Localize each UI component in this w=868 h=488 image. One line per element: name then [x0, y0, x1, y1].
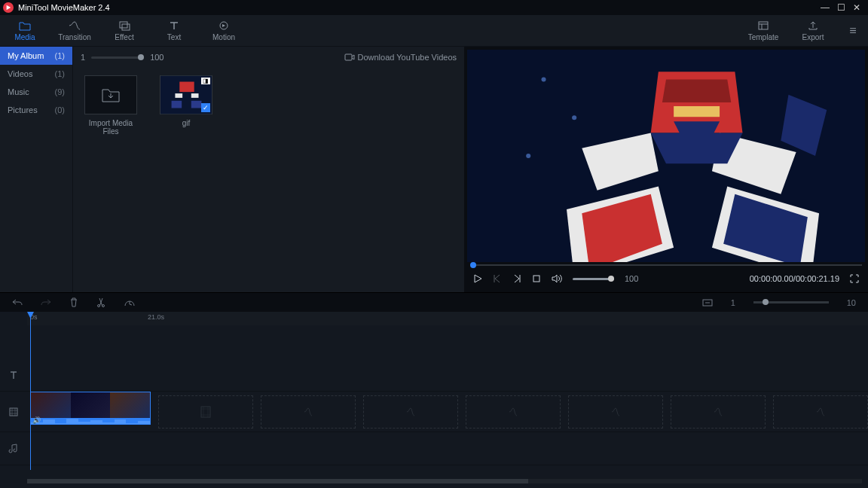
sidebar-item-pictures[interactable]: Pictures (0): [0, 101, 72, 119]
main-toolbar: Media Transition Effect Text Motion Temp…: [0, 15, 868, 47]
prev-frame-button[interactable]: [493, 274, 502, 283]
audio-track[interactable]: [0, 432, 868, 465]
clip-placeholder[interactable]: [568, 395, 663, 429]
app-title: MiniTool MovieMaker 2.4: [18, 3, 821, 12]
effect-icon: [118, 20, 130, 32]
titlebar: MiniTool MovieMaker 2.4 ― ☐ ✕: [0, 0, 868, 15]
tab-text[interactable]: Text: [149, 15, 199, 47]
audio-track-icon: [8, 444, 19, 454]
volume-slider[interactable]: [573, 278, 614, 280]
export-icon: [807, 20, 819, 32]
ruler-mark: 21.0s: [148, 313, 164, 321]
tab-transition[interactable]: Transition: [50, 15, 99, 47]
app-logo-icon: [3, 2, 14, 13]
camera-icon: [344, 53, 355, 61]
seek-slider[interactable]: [470, 264, 862, 266]
template-button[interactable]: Template: [738, 15, 788, 47]
split-icon[interactable]: [96, 297, 105, 307]
sidebar-item-videos[interactable]: Videos (1): [0, 65, 72, 83]
svg-marker-19: [662, 79, 731, 102]
motion-icon: [218, 20, 230, 32]
clip-volume-icon: 🔊: [32, 416, 41, 424]
svg-marker-22: [651, 133, 743, 164]
clip-placeholder[interactable]: [261, 395, 356, 429]
svg-rect-32: [10, 408, 17, 416]
svg-rect-33: [201, 407, 210, 417]
svg-rect-28: [533, 276, 539, 282]
sidebar-item-music[interactable]: Music (9): [0, 83, 72, 101]
fullscreen-icon[interactable]: [850, 274, 859, 283]
text-icon: [168, 20, 180, 32]
video-clip[interactable]: 🔊: [30, 392, 151, 425]
selected-check-icon: ✓: [201, 103, 210, 112]
tl-zoom-min: 1: [731, 298, 735, 307]
play-button[interactable]: [473, 274, 482, 283]
svg-rect-4: [345, 54, 352, 60]
svg-rect-8: [191, 93, 199, 98]
transition-icon: [69, 20, 81, 32]
video-track-icon: [8, 407, 19, 417]
text-track[interactable]: [0, 358, 868, 392]
svg-rect-1: [122, 24, 130, 30]
clip-placeholder[interactable]: [466, 395, 561, 429]
tab-motion[interactable]: Motion: [199, 15, 249, 47]
edit-toolbar: 1 10: [0, 292, 868, 312]
maximize-icon[interactable]: ☐: [837, 2, 845, 13]
svg-point-12: [541, 77, 546, 81]
clip-placeholder[interactable]: [158, 395, 253, 429]
thumbnail-zoom-slider[interactable]: [91, 56, 144, 59]
text-track-icon: [8, 370, 19, 380]
folder-icon: [19, 20, 31, 32]
tab-effect[interactable]: Effect: [99, 15, 149, 47]
redo-icon[interactable]: [41, 298, 51, 307]
stop-button[interactable]: [532, 274, 541, 283]
clip-placeholder[interactable]: [773, 395, 868, 429]
svg-rect-0: [120, 22, 127, 28]
next-frame-button[interactable]: [512, 274, 521, 283]
tab-media[interactable]: Media: [0, 15, 50, 47]
svg-rect-20: [674, 106, 720, 117]
clip-placeholder[interactable]: [363, 395, 458, 429]
media-panel: 1 100 Download YouTube Videos Import Med…: [72, 47, 464, 292]
svg-rect-6: [179, 82, 194, 93]
tl-zoom-max: 10: [847, 298, 856, 307]
speed-icon[interactable]: [124, 298, 136, 307]
video-badge-icon: ◨: [201, 78, 210, 84]
timeline-zoom-slider[interactable]: [753, 301, 829, 303]
svg-point-13: [572, 115, 576, 120]
minimize-icon[interactable]: ―: [821, 2, 830, 13]
timeline: 0s 21.0s 🔊: [0, 312, 868, 488]
zoom-min-label: 1: [81, 53, 85, 62]
fit-icon[interactable]: [702, 299, 713, 307]
svg-rect-3: [759, 22, 768, 29]
svg-point-29: [98, 305, 100, 307]
svg-rect-9: [172, 101, 182, 108]
volume-value: 100: [625, 274, 638, 283]
undo-icon[interactable]: [12, 298, 23, 307]
clip-placeholder[interactable]: [671, 395, 766, 429]
timeline-scrollbar[interactable]: [27, 479, 862, 483]
import-folder-icon: [101, 87, 121, 103]
preview-frame: [467, 50, 865, 262]
close-icon[interactable]: ✕: [853, 2, 860, 13]
export-button[interactable]: Export: [788, 15, 838, 47]
preview-panel: 100 00:00:00.00/00:00:21.19: [464, 47, 868, 292]
menu-icon[interactable]: ≡: [838, 24, 868, 38]
video-track[interactable]: 🔊: [0, 392, 868, 432]
svg-rect-7: [175, 93, 182, 98]
svg-rect-10: [191, 101, 202, 108]
media-item-gif[interactable]: ◨ ✓ gif: [156, 75, 216, 136]
timeline-ruler[interactable]: 0s 21.0s: [27, 312, 868, 325]
delete-icon[interactable]: [69, 297, 78, 307]
zoom-max-label: 100: [150, 53, 164, 62]
preview-time: 00:00:00.00/00:00:21.19: [750, 274, 839, 283]
svg-point-14: [526, 154, 530, 158]
sidebar-item-myalbum[interactable]: My Album (1): [0, 47, 72, 65]
download-youtube-button[interactable]: Download YouTube Videos: [344, 53, 457, 62]
template-icon: [757, 20, 769, 32]
volume-icon[interactable]: [552, 274, 562, 283]
import-media-button[interactable]: Import Media Files: [81, 75, 141, 136]
preview-canvas[interactable]: [467, 50, 865, 262]
svg-point-30: [102, 305, 105, 307]
sidebar: My Album (1) Videos (1) Music (9) Pictur…: [0, 47, 72, 292]
